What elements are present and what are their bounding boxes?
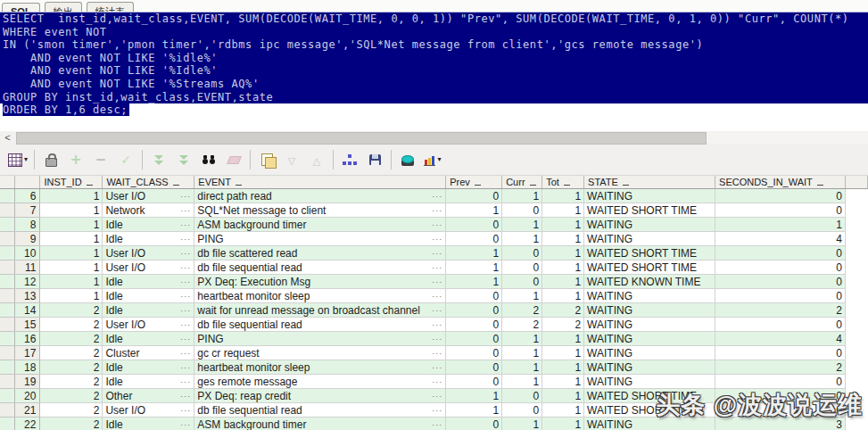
print-button[interactable] [395, 148, 420, 171]
horizontal-scrollbar[interactable]: < [0, 131, 868, 145]
cell-tot[interactable]: 1 [542, 260, 584, 275]
cell-curr[interactable]: 1 [502, 418, 542, 430]
cell-tot[interactable]: 1 [542, 360, 584, 375]
cell-seconds[interactable]: 2 [715, 303, 846, 318]
cell-wait_class[interactable]: ···Idle [103, 360, 194, 375]
cell-num[interactable]: 11 [15, 260, 40, 275]
cell-seconds[interactable]: 4 [715, 232, 846, 246]
cell-num[interactable]: 20 [15, 389, 40, 403]
cell-num[interactable]: 10 [15, 246, 40, 260]
cell-wait_class[interactable]: ···Idle [103, 289, 194, 303]
cell-seconds[interactable]: 0 [715, 289, 846, 303]
cell-inst_id[interactable]: 1 [40, 275, 103, 289]
cell-curr[interactable]: 1 [502, 375, 542, 389]
cell-curr[interactable]: 0 [502, 246, 542, 260]
cell-ellipsis-button[interactable]: ··· [428, 276, 442, 288]
cell-num[interactable]: 16 [15, 332, 40, 346]
cell-num[interactable]: 7 [15, 203, 40, 218]
cell-wait_class[interactable]: ···Idle [103, 275, 194, 289]
cell-event[interactable]: ···db file sequential read [194, 318, 446, 332]
cell-event[interactable]: ···PING [194, 332, 446, 346]
cell-prev[interactable]: 1 [446, 246, 502, 260]
cell-inst_id[interactable]: 2 [40, 403, 103, 418]
cell-tot[interactable]: 1 [542, 246, 584, 260]
scroll-left-button[interactable]: < [0, 131, 15, 144]
cell-inst_id[interactable]: 2 [40, 418, 103, 430]
cell-wait_class[interactable]: ···User I/O [103, 246, 194, 260]
cell-num[interactable]: 18 [15, 360, 40, 375]
cell-seconds[interactable]: 0 [715, 246, 846, 260]
column-header-Curr[interactable]: Curr [502, 176, 542, 189]
cell-ellipsis-button[interactable]: ··· [177, 347, 191, 360]
cell-ellipsis-button[interactable]: ··· [177, 361, 191, 374]
cell-ellipsis-button[interactable]: ··· [177, 404, 191, 417]
cell-event[interactable]: ···db file scattered read [194, 246, 446, 260]
cell-event[interactable]: ···wait for unread message on broadcast … [194, 303, 446, 318]
cell-seconds[interactable]: 0 [715, 346, 846, 360]
cell-inst_id[interactable]: 1 [40, 260, 103, 275]
cell-ellipsis-button[interactable]: ··· [177, 190, 191, 203]
cell-ellipsis-button[interactable]: ··· [428, 233, 442, 245]
tab-输出[interactable]: 输出 [45, 2, 82, 12]
cell-tot[interactable]: 1 [542, 232, 584, 246]
single-record-button[interactable] [337, 148, 362, 171]
cell-event[interactable]: ···gc cr request [194, 346, 446, 360]
cell-event[interactable]: ···ASM background timer [194, 418, 446, 430]
cell-prev[interactable]: 1 [446, 389, 502, 403]
cell-ellipsis-button[interactable]: ··· [177, 418, 191, 430]
cell-ellipsis-button[interactable]: ··· [428, 404, 442, 417]
cell-curr[interactable]: 1 [502, 218, 542, 232]
cell-tot[interactable]: 1 [542, 389, 584, 403]
cell-curr[interactable]: 0 [502, 403, 542, 418]
cell-prev[interactable]: 0 [446, 418, 502, 430]
cell-prev[interactable]: 0 [446, 232, 502, 246]
cell-event[interactable]: ···SQL*Net message to client [194, 203, 446, 218]
cell-wait_class[interactable]: ···Idle [103, 375, 194, 389]
cell-seconds[interactable]: 0 [715, 375, 846, 389]
column-header-Prev[interactable]: Prev [446, 176, 502, 189]
cell-inst_id[interactable]: 2 [40, 389, 103, 403]
cell-ellipsis-button[interactable]: ··· [177, 276, 191, 288]
cell-tot[interactable]: 2 [542, 318, 584, 332]
cell-tot[interactable]: 1 [542, 218, 584, 232]
cell-wait_class[interactable]: ···Idle [103, 232, 194, 246]
scrollbar-thumb[interactable] [16, 132, 707, 145]
cell-state[interactable]: WAITING [584, 218, 715, 232]
cell-ellipsis-button[interactable]: ··· [177, 219, 191, 231]
cell-num[interactable]: 21 [15, 403, 40, 418]
cell-state[interactable]: WAITING [584, 332, 715, 346]
cell-inst_id[interactable]: 2 [40, 303, 103, 318]
cell-curr[interactable]: 0 [502, 275, 542, 289]
cell-seconds[interactable]: 0 [715, 203, 846, 218]
cell-wait_class[interactable]: ···Cluster [103, 346, 194, 360]
cell-inst_id[interactable]: 1 [40, 232, 103, 246]
cell-state[interactable]: WAITING [584, 232, 715, 246]
cell-state[interactable]: WAITING [584, 346, 715, 360]
cell-wait_class[interactable]: ···Idle [103, 418, 194, 430]
cell-event[interactable]: ···ASM background timer [194, 218, 446, 232]
lock-button[interactable] [38, 148, 63, 171]
cell-seconds[interactable]: 2 [715, 360, 846, 375]
cell-ellipsis-button[interactable]: ··· [428, 347, 442, 360]
cell-ellipsis-button[interactable]: ··· [428, 261, 442, 274]
cell-curr[interactable]: 0 [502, 389, 542, 403]
cell-tot[interactable]: 1 [542, 189, 584, 203]
cell-curr[interactable]: 0 [502, 260, 542, 275]
cell-prev[interactable]: 1 [446, 260, 502, 275]
cell-state[interactable]: WAITING [584, 189, 715, 203]
cell-ellipsis-button[interactable]: ··· [177, 304, 191, 317]
cell-tot[interactable]: 1 [542, 203, 584, 218]
column-header-Tot[interactable]: Tot [542, 176, 584, 189]
cell-event[interactable]: ···heartbeat monitor sleep [194, 289, 446, 303]
cell-event[interactable]: ···db file sequential read [194, 260, 446, 275]
cell-ellipsis-button[interactable]: ··· [177, 233, 191, 245]
cell-tot[interactable]: 1 [542, 275, 584, 289]
cell-num[interactable]: 22 [15, 418, 40, 430]
cell-prev[interactable]: 0 [446, 189, 502, 203]
cell-ellipsis-button[interactable]: ··· [428, 333, 442, 345]
cell-prev[interactable]: 0 [446, 218, 502, 232]
cell-wait_class[interactable]: ···User I/O [103, 318, 194, 332]
cell-ellipsis-button[interactable]: ··· [177, 247, 191, 260]
cell-wait_class[interactable]: ···User I/O [103, 260, 194, 275]
cell-event[interactable]: ···PX Deq: Execution Msg [194, 275, 446, 289]
